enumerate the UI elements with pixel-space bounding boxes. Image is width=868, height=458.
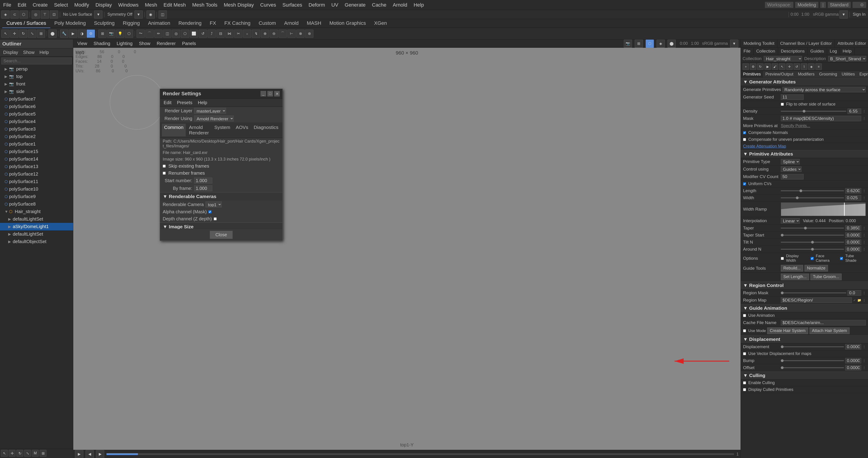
xgen-refresh-icon[interactable]: ↻ xyxy=(757,63,764,70)
ep-curve-icon[interactable]: 〜 xyxy=(136,30,145,38)
control-using-select[interactable]: Guides xyxy=(781,166,802,172)
region-map-icon2[interactable]: 📁 xyxy=(857,298,861,302)
tab-custom[interactable]: Custom xyxy=(255,19,280,28)
menu-generate[interactable]: Generate xyxy=(343,2,367,8)
compensate-uneven-checkbox[interactable] xyxy=(743,138,746,141)
generate-primitives-select[interactable]: Randomly across the surface xyxy=(782,87,866,92)
mask-input[interactable] xyxy=(781,116,861,121)
menu-edit-mesh[interactable]: Edit Mesh xyxy=(162,2,187,8)
modifier-cv-count-input[interactable] xyxy=(781,174,804,179)
outliner-help-tab[interactable]: Help xyxy=(38,50,50,56)
outliner-item-ps11[interactable]: ⬡polySurface11 xyxy=(0,178,73,185)
xgen-paint-icon[interactable]: 🖌 xyxy=(772,63,778,70)
render-layer-select[interactable]: masterLayer xyxy=(194,108,226,114)
tab-arnold[interactable]: Arnold xyxy=(280,19,303,28)
universal-manip-icon[interactable]: ⊞ xyxy=(37,30,45,38)
timeline[interactable] xyxy=(106,453,734,455)
outliner-icon1[interactable]: ↖ xyxy=(1,450,8,457)
xgen-tab-guides[interactable]: Guides xyxy=(808,47,827,55)
depth-channel-checkbox[interactable] xyxy=(214,218,217,220)
bezier-icon[interactable]: ⌒ xyxy=(146,30,154,38)
by-frame-input[interactable] xyxy=(194,185,212,191)
compensate-normals-checkbox[interactable] xyxy=(743,131,746,134)
outliner-display-tab[interactable]: Display xyxy=(2,50,20,56)
xgen-noise-icon[interactable]: ⌇ xyxy=(801,63,807,70)
outliner-item-default-light-set[interactable]: ▶defaultLightSet xyxy=(0,215,73,223)
menu-surfaces[interactable]: Surfaces xyxy=(281,2,304,8)
description-select[interactable]: B_Short_Strand xyxy=(828,56,866,61)
display-culled-checkbox[interactable] xyxy=(743,388,746,391)
offset-slider[interactable] xyxy=(781,367,844,368)
primitive-type-select[interactable]: Spline xyxy=(781,159,800,164)
alpha-channel-checkbox[interactable] xyxy=(209,210,211,213)
culling-section[interactable]: ▼ Culling xyxy=(741,371,868,380)
vp-grid-icon[interactable]: ⊞ xyxy=(635,39,643,48)
select-icon[interactable]: ↖ xyxy=(1,30,9,38)
xgen-render-icon[interactable]: ▶ xyxy=(765,63,771,70)
outliner-item-ps14[interactable]: ⬡polySurface14 xyxy=(0,155,73,163)
render-dialog-close-btn[interactable]: Close xyxy=(210,231,232,239)
fillet-icon[interactable]: ⌒ xyxy=(279,30,287,38)
renderable-camera-select[interactable]: top1 xyxy=(206,201,222,207)
rp-tab-channel-box[interactable]: Channel Box / Layer Editor xyxy=(777,39,835,47)
display-width-checkbox[interactable] xyxy=(781,257,784,260)
menu-arnold[interactable]: Arnold xyxy=(392,2,409,8)
menu-help[interactable]: Help xyxy=(412,2,425,8)
displacement-section[interactable]: ▼ Displacement xyxy=(741,335,868,344)
menu-mesh-display[interactable]: Mesh Display xyxy=(222,2,255,8)
select-tool-btn[interactable]: ◈ xyxy=(1,10,9,19)
generator-attributes-section[interactable]: ▼ Generator Attributes xyxy=(741,78,868,86)
vp-tab-lighting[interactable]: Lighting xyxy=(114,40,135,47)
outliner-item-top[interactable]: ▶📷top xyxy=(0,73,73,80)
snap-plane-btn[interactable]: ⊡ xyxy=(50,10,58,19)
rebuild-icon[interactable]: ↯ xyxy=(252,30,260,38)
prim-tab-primitives[interactable]: Primitives xyxy=(741,71,763,77)
width-input[interactable] xyxy=(845,195,861,201)
xgen-tab-descriptions[interactable]: Descriptions xyxy=(778,47,808,55)
detach-icon[interactable]: ⊖ xyxy=(270,30,278,38)
attach-icon[interactable]: ⊕ xyxy=(261,30,269,38)
taper-input[interactable] xyxy=(845,225,861,231)
xgen-twist-icon[interactable]: ↺ xyxy=(794,63,800,70)
outliner-show-tab[interactable]: Show xyxy=(22,50,36,56)
width-menu-icon[interactable]: ⋮ xyxy=(863,196,866,200)
outliner-item-side[interactable]: ▶📷side xyxy=(0,88,73,95)
generator-seed-input[interactable] xyxy=(781,94,804,100)
menu-display[interactable]: Display xyxy=(94,2,113,8)
tab-motion-graphics[interactable]: Motion Graphics xyxy=(326,19,370,28)
menu-edit[interactable]: Edit xyxy=(16,2,28,8)
light-icon[interactable]: 💡 xyxy=(116,30,124,38)
symmetry-btn[interactable]: ▼ xyxy=(134,10,143,19)
displacement-input[interactable] xyxy=(845,344,861,350)
enable-culling-checkbox[interactable] xyxy=(743,381,746,384)
taper-start-slider[interactable] xyxy=(781,235,844,236)
outliner-item-ps15[interactable]: ⬡polySurface15 xyxy=(0,148,73,155)
prim-tab-preview[interactable]: Preview/Output xyxy=(763,71,796,77)
primitive-attributes-section[interactable]: ▼ Primitive Attributes xyxy=(741,150,868,158)
outliner-item-ps1[interactable]: ⬡polySurface1 xyxy=(0,140,73,148)
menu-cache[interactable]: Cache xyxy=(371,2,388,8)
xgen-move-icon[interactable]: ✛ xyxy=(786,63,793,70)
dlg-tab-diagnostics[interactable]: Diagnostics xyxy=(251,124,281,136)
rebuild-btn[interactable]: Rebuild... xyxy=(781,265,803,271)
play-btn[interactable]: ▶ xyxy=(75,450,83,458)
outliner-item-ps6[interactable]: ⬡polySurface6 xyxy=(0,103,73,110)
outliner-item-persp[interactable]: ▶📷persp xyxy=(0,65,73,73)
length-menu-icon[interactable]: ⋮ xyxy=(863,189,866,193)
prim-tab-expressions[interactable]: Expressions xyxy=(857,71,868,77)
region-mask-input[interactable] xyxy=(847,290,861,296)
interpolation-select[interactable]: Linear xyxy=(781,218,800,224)
tube-shade-checkbox[interactable] xyxy=(840,257,843,260)
tab-animation[interactable]: Animation xyxy=(144,19,174,28)
xgen-mask-icon[interactable]: ◈ xyxy=(808,63,814,70)
taper-start-input[interactable] xyxy=(845,232,861,238)
xgen-select-icon[interactable]: ↖ xyxy=(779,63,785,70)
vp-shadow-icon[interactable]: ⬤ xyxy=(668,39,676,48)
tab-rigging[interactable]: Rigging xyxy=(119,19,144,28)
menu-file[interactable]: File xyxy=(2,2,12,8)
menu-select[interactable]: Select xyxy=(53,2,69,8)
lasso-tool-btn[interactable]: ⊂ xyxy=(10,10,19,19)
skip-existing-checkbox[interactable] xyxy=(163,165,166,168)
menu-mesh-tools[interactable]: Mesh Tools xyxy=(191,2,219,8)
nurbs-sphere-icon[interactable]: ◎ xyxy=(172,30,180,38)
